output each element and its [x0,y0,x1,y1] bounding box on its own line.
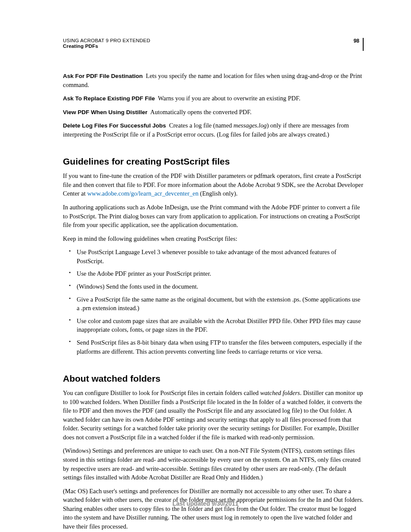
text-run: (English only). [199,190,238,197]
list-item: Send PostScript files as 8-bit binary da… [71,338,364,356]
footer-updated: Last updated 9/30/2011 [0,500,411,507]
paragraph: (Mac OS) Each user's settings and prefer… [63,487,364,531]
page: USING ACROBAT 9 PRO EXTENDED Creating PD… [0,0,411,532]
definition-item: Ask For PDF File Destination Lets you sp… [63,72,364,89]
header-doc-title: USING ACROBAT 9 PRO EXTENDED [63,38,150,43]
guidelines-list: Use PostScript Language Level 3 whenever… [71,248,364,356]
list-item: Give a PostScript file the same name as … [71,295,364,313]
definition-item: Ask To Replace Existing PDF File Warns y… [63,94,364,103]
paragraph: You can configure Distiller to look for … [63,389,364,442]
italic-term: watched folders [260,389,300,396]
definition-term: Delete Log Files For Successful Jobs [63,122,166,129]
definition-body: Automatically opens the converted PDF. [150,109,252,115]
definition-item: Delete Log Files For Successful Jobs Cre… [63,121,364,139]
list-item: Use PostScript Language Level 3 whenever… [71,248,364,265]
definition-body-a: Creates a log file (named [169,122,234,129]
section-heading-guidelines: Guidelines for creating PostScript files [63,155,364,168]
devcenter-link[interactable]: www.adobe.com/go/learn_acr_devcenter_en [87,190,198,197]
header-left: USING ACROBAT 9 PRO EXTENDED Creating PD… [63,38,150,49]
paragraph: If you want to fine-tune the creation of… [63,171,364,198]
page-number: 98 [354,38,363,44]
definition-term: View PDF When Using Distiller [63,109,147,115]
paragraph: In authoring applications such as Adobe … [63,203,364,230]
definition-italic: messages.log [234,122,267,129]
running-header: USING ACROBAT 9 PRO EXTENDED Creating PD… [63,38,364,51]
paragraph: Keep in mind the following guidelines wh… [63,234,364,243]
text-run: . Distiller can monitor up to 100 watche… [63,389,363,441]
header-chapter: Creating PDFs [63,44,150,49]
section-heading-watched-folders: About watched folders [63,372,364,385]
header-right: 98 [354,38,364,51]
definition-term: Ask To Replace Existing PDF File [63,95,155,102]
definition-body: Warns you if you are about to overwrite … [158,95,301,102]
header-rule [363,38,364,51]
body-content: Ask For PDF File Destination Lets you sp… [63,72,364,531]
list-item: (Windows) Send the fonts used in the doc… [71,282,364,291]
paragraph: (Windows) Settings and preferences are u… [63,446,364,482]
definition-item: View PDF When Using Distiller Automatica… [63,108,364,117]
text-run: You can configure Distiller to look for … [63,389,260,396]
definition-term: Ask For PDF File Destination [63,73,143,79]
list-item: Use color and custom page sizes that are… [71,317,364,334]
list-item: Use the Adobe PDF printer as your PostSc… [71,269,364,278]
